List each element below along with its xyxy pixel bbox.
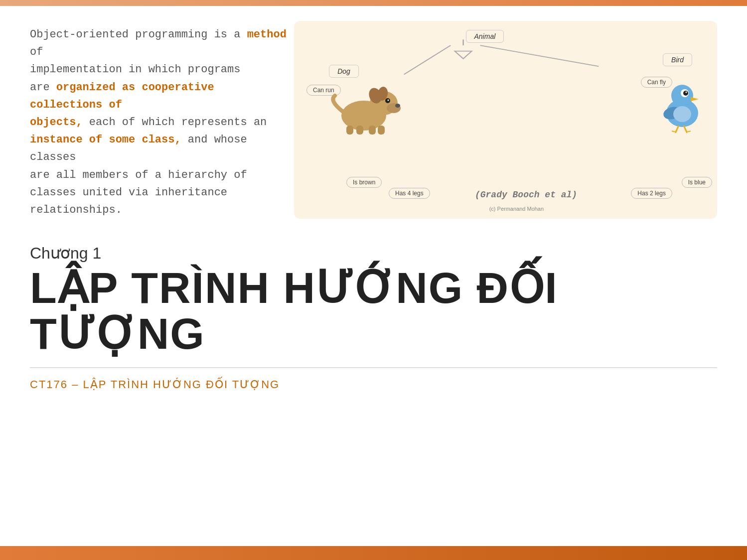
svg-point-20	[686, 92, 687, 93]
copyright: (c) Permanand Mohan	[489, 206, 544, 212]
citation: (Grady Booch et al)	[475, 190, 577, 200]
bird-node: Bird	[663, 53, 692, 66]
upper-section: Object-oriented programming is a method …	[0, 6, 747, 229]
svg-rect-15	[378, 126, 385, 135]
chapter-label: Chương 1	[30, 244, 717, 263]
bottom-accent-bar	[0, 546, 747, 560]
subtitle: CT176 – LẬP TRÌNH HƯỚNG ĐỐI TƯỢNG	[30, 378, 717, 391]
has-2-legs-pill: Has 2 legs	[631, 188, 672, 199]
svg-line-25	[672, 131, 676, 132]
divider-line	[30, 367, 717, 368]
svg-point-29	[673, 106, 691, 122]
svg-line-0	[404, 45, 450, 74]
svg-line-1	[480, 45, 599, 66]
bold-collections: organized as cooperative collections of …	[30, 81, 214, 129]
svg-point-9	[388, 100, 389, 101]
bird-illustration	[655, 73, 710, 133]
chapter-title: LẬP TRÌNH HƯỚNG ĐỐI TƯỢNG	[30, 265, 717, 357]
lower-section: Chương 1 LẬP TRÌNH HƯỚNG ĐỐI TƯỢNG CT176…	[0, 229, 747, 560]
has-4-legs-pill: Has 4 legs	[389, 188, 430, 199]
svg-point-19	[683, 91, 688, 96]
bold-instance: instance of some class,	[30, 134, 181, 146]
is-brown-pill: Is brown	[346, 177, 382, 188]
svg-point-7	[395, 104, 400, 108]
svg-rect-13	[356, 126, 363, 135]
top-accent-bar	[0, 0, 747, 6]
svg-line-23	[676, 126, 679, 132]
dog-illustration	[324, 76, 404, 136]
animal-node: Animal	[466, 30, 504, 43]
svg-rect-12	[346, 126, 353, 135]
oop-description: Object-oriented programming is a method …	[30, 26, 289, 219]
text-line1: Object-oriented programming is a method …	[30, 28, 287, 216]
svg-line-27	[687, 131, 691, 132]
svg-rect-14	[369, 126, 376, 135]
slide-container: Object-oriented programming is a method …	[0, 6, 747, 560]
is-blue-pill: Is blue	[682, 177, 712, 188]
bold-method: method	[247, 28, 287, 41]
svg-marker-21	[691, 97, 699, 101]
inheritance-diagram: Animal Dog Bird Can run Can fly Is brown	[294, 21, 717, 219]
svg-marker-3	[455, 51, 472, 59]
